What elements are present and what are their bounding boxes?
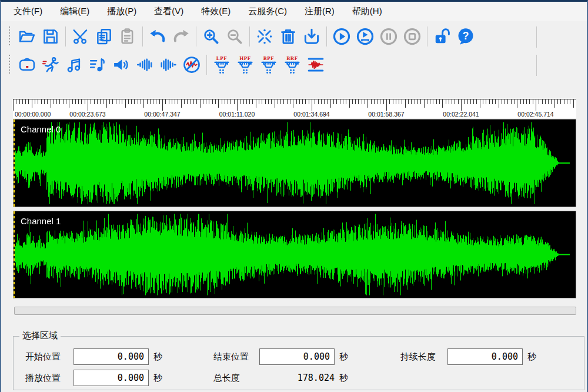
ruler-tick xyxy=(56,99,57,104)
speed-button[interactable] xyxy=(39,52,62,77)
fade-out-button[interactable] xyxy=(157,52,179,77)
app-window: 文件(F) 编辑(E) 播放(P) 查看(V) 特效(E) 云服务(C) 注册(… xyxy=(0,0,588,392)
total-length-label: 总长度 xyxy=(213,373,240,384)
undo-button[interactable] xyxy=(146,24,169,49)
ruler-tick xyxy=(138,99,138,104)
notes-button[interactable] xyxy=(63,52,85,77)
ruler-tick xyxy=(103,99,103,104)
ruler-tick xyxy=(215,99,216,104)
end-position-input[interactable] xyxy=(259,348,335,365)
paste-button[interactable] xyxy=(116,24,139,49)
ruler-tick xyxy=(175,99,175,104)
toolbar-separator xyxy=(65,26,66,46)
ruler-tick xyxy=(430,99,430,104)
ruler-tick xyxy=(209,99,209,104)
ruler-tick xyxy=(523,99,524,104)
menu-help[interactable]: 帮助(H) xyxy=(343,2,391,21)
ruler-tick xyxy=(200,99,201,108)
menu-edit[interactable]: 编辑(E) xyxy=(51,2,98,21)
ruler-tick xyxy=(402,99,402,104)
ruler-tick xyxy=(271,99,272,104)
play-device-button[interactable] xyxy=(354,24,376,49)
ruler-tick xyxy=(278,99,278,104)
ruler-tick xyxy=(305,99,306,104)
play-position-input[interactable] xyxy=(74,370,149,386)
ruler-tick xyxy=(299,99,300,104)
toolbar-separator xyxy=(142,26,143,46)
redo-button[interactable] xyxy=(170,24,192,49)
ruler-tick xyxy=(106,99,107,108)
pause-button[interactable] xyxy=(377,24,400,49)
waveform-channel-0[interactable]: Channel 0 xyxy=(13,119,576,207)
compress-button[interactable] xyxy=(253,24,276,49)
ruler-tick xyxy=(196,99,197,104)
toolbar-grip[interactable] xyxy=(8,55,11,75)
tempo-button[interactable] xyxy=(86,52,109,77)
ruler-tick xyxy=(464,99,465,104)
timeline-ruler[interactable]: 00:00:00.00000:00:23.67300:00:47.34700:0… xyxy=(13,99,576,118)
unlock-button[interactable] xyxy=(431,24,453,49)
ruler-tick xyxy=(153,99,153,104)
menu-effects[interactable]: 特效(E) xyxy=(192,2,239,21)
ruler-tick xyxy=(246,99,247,104)
hpf-filter-button[interactable]: HPF xyxy=(234,52,256,77)
menu-cloud[interactable]: 云服务(C) xyxy=(239,2,296,21)
toolbar-grip[interactable] xyxy=(8,26,11,46)
stop-button[interactable] xyxy=(401,24,423,49)
ruler-tick xyxy=(69,99,69,108)
waveform-channel-1[interactable]: Channel 1 xyxy=(13,211,576,298)
menu-play[interactable]: 播放(P) xyxy=(98,2,145,21)
denoise-button[interactable] xyxy=(181,52,203,77)
ruler-tick xyxy=(343,99,343,104)
menu-view[interactable]: 查看(V) xyxy=(145,2,192,21)
open-button[interactable] xyxy=(16,24,38,49)
copy-button[interactable] xyxy=(93,24,115,49)
import-button[interactable] xyxy=(300,24,323,49)
ruler-tick xyxy=(408,99,409,104)
recorder-button[interactable] xyxy=(16,52,38,77)
waveform-canvas[interactable] xyxy=(14,211,576,298)
delete-button[interactable] xyxy=(277,24,299,49)
horizontal-scrollbar[interactable] xyxy=(14,307,576,315)
ruler-tick xyxy=(131,99,132,104)
play-button[interactable] xyxy=(330,24,353,49)
ruler-tick xyxy=(280,99,281,104)
bpf-filter-button[interactable]: BPF xyxy=(258,52,280,77)
lpf-filter-button[interactable]: LPF xyxy=(211,52,233,77)
save-button[interactable] xyxy=(39,24,62,49)
brf-filter-button[interactable]: BRF xyxy=(281,52,303,77)
start-position-input[interactable] xyxy=(74,348,149,365)
ruler-tick xyxy=(461,99,462,111)
ruler-tick xyxy=(25,99,26,104)
toolbar-separator xyxy=(427,26,427,46)
menu-file[interactable]: 文件(F) xyxy=(5,2,51,21)
menu-register[interactable]: 注册(R) xyxy=(296,2,343,21)
ruler-tick xyxy=(330,99,331,108)
total-unit: 秒 xyxy=(339,373,348,384)
ruler-tick xyxy=(78,99,79,104)
fade-in-button[interactable] xyxy=(133,52,156,77)
zoom-in-button[interactable] xyxy=(200,24,222,49)
zoom-out-button[interactable] xyxy=(223,24,246,49)
brf-filter-icon xyxy=(283,61,301,74)
duration-input[interactable] xyxy=(447,348,523,365)
zoom-out-icon xyxy=(226,28,243,45)
help-button[interactable]: ? xyxy=(455,24,477,49)
ruler-tick xyxy=(551,99,552,104)
equalizer-button[interactable] xyxy=(305,52,327,77)
ruler-tick xyxy=(517,99,517,108)
waveform-canvas[interactable] xyxy=(14,119,576,207)
ruler-tick xyxy=(352,99,353,104)
selection-title: 选择区域 xyxy=(19,330,61,341)
ruler-tick xyxy=(165,99,166,104)
ruler-time-label: 00:01:58.367 xyxy=(363,111,410,118)
hpf-label: HPF xyxy=(239,56,251,61)
ruler-tick xyxy=(47,99,48,104)
ruler-tick xyxy=(283,99,284,104)
cut-button[interactable] xyxy=(69,24,92,49)
volume-button[interactable] xyxy=(110,52,132,77)
ruler-tick xyxy=(234,99,235,104)
denoise-icon xyxy=(183,56,201,74)
ruler-tick xyxy=(275,99,275,108)
ruler-tick xyxy=(63,99,64,104)
